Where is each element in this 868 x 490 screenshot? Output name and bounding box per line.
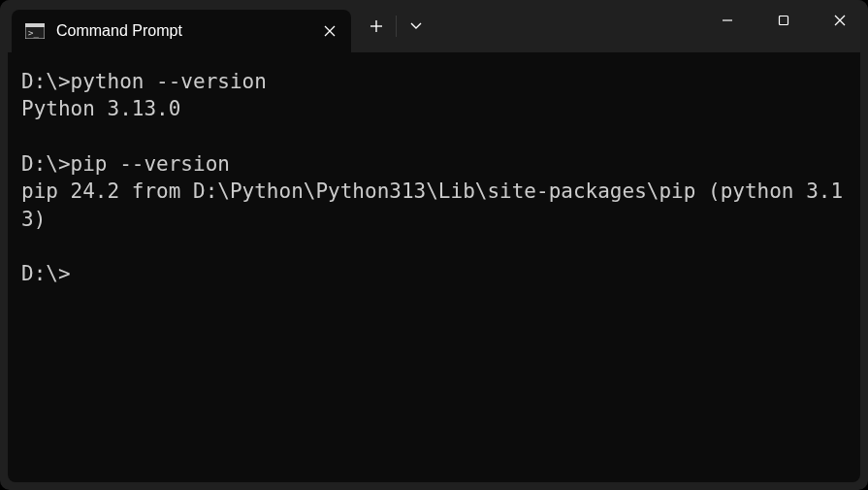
close-icon — [834, 15, 846, 26]
minimize-button[interactable] — [699, 0, 755, 41]
tab-close-button[interactable] — [316, 17, 343, 45]
tab-actions — [357, 0, 435, 52]
maximize-button[interactable] — [755, 0, 812, 41]
maximize-icon — [778, 15, 789, 26]
terminal-blank-line — [21, 233, 847, 260]
tab-dropdown-button[interactable] — [397, 7, 435, 46]
terminal-output[interactable]: D:\>python --versionPython 3.13.0D:\>pip… — [8, 52, 860, 482]
prompt: D:\> — [21, 70, 71, 93]
chevron-down-icon — [410, 22, 422, 30]
plus-icon — [370, 19, 383, 33]
terminal-prompt-line: D:\>python --version — [21, 68, 847, 95]
prompt: D:\> — [21, 152, 71, 176]
titlebar: >_ Command Prompt — [0, 0, 868, 52]
prompt: D:\> — [21, 262, 71, 285]
cmd-icon: >_ — [25, 23, 45, 39]
minimize-icon — [722, 15, 733, 26]
tab-command-prompt[interactable]: >_ Command Prompt — [12, 10, 351, 52]
terminal-prompt-line: D:\> — [21, 260, 847, 287]
command-text: pip --version — [71, 152, 230, 176]
command-text: python --version — [71, 70, 267, 93]
window-controls — [699, 0, 868, 41]
terminal-prompt-line: D:\>pip --version — [21, 150, 847, 178]
window-close-button[interactable] — [812, 0, 868, 41]
tab-title: Command Prompt — [56, 22, 316, 40]
terminal-window: >_ Command Prompt — [0, 0, 868, 490]
terminal-output-line: Python 3.13.0 — [21, 95, 847, 122]
new-tab-button[interactable] — [357, 7, 396, 46]
svg-text:>_: >_ — [28, 28, 39, 38]
terminal-output-line: pip 24.2 from D:\Python\Python313\Lib\si… — [21, 178, 847, 233]
terminal-blank-line — [21, 123, 847, 150]
close-icon — [324, 25, 336, 37]
svg-rect-8 — [780, 16, 788, 25]
svg-rect-1 — [25, 23, 45, 27]
